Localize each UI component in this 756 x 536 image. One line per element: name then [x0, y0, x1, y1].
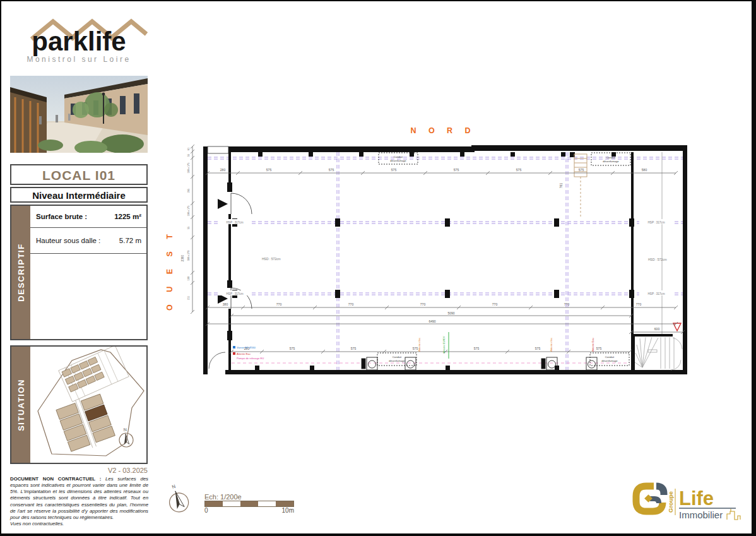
- svg-text:HSP : 317cm: HSP : 317cm: [227, 221, 244, 224]
- svg-text:180 x 175: 180 x 175: [187, 163, 190, 174]
- left-dim-labels: 61 55 180 x 175 265 190 x 175 55 300 x 2…: [181, 148, 190, 300]
- level-subtitle: Niveau Intermédiaire: [11, 188, 146, 203]
- situation-tab-label: SITUATION: [16, 379, 26, 431]
- left-total: 2360: [181, 254, 184, 261]
- inner-total-line: [230, 314, 633, 318]
- ladder-icon: [574, 154, 587, 217]
- brand-logo: parklife Monistrol sur Loire: [10, 10, 148, 68]
- duct-label: Conduit: [606, 156, 616, 159]
- svg-text:575: 575: [329, 168, 334, 172]
- svg-text:575: 575: [266, 168, 272, 172]
- disclaimer-note: Vues non contractuelles.: [10, 521, 148, 527]
- marker-red: Attente Eau: [237, 352, 251, 355]
- utility-markers: Vanne EP Ø160 Attente Eau Pompe de relev…: [233, 346, 264, 360]
- disclaimer-body: Les surfaces des espaces sont indicative…: [10, 476, 148, 520]
- svg-text:580: 580: [642, 168, 647, 172]
- svg-text:211: 211: [187, 296, 190, 300]
- logo-immo-label: Immobilier: [679, 509, 723, 520]
- svg-text:61: 61: [187, 148, 190, 150]
- scale-bar-segments: [204, 501, 294, 507]
- duct-label: Conduit: [393, 355, 402, 359]
- svg-text:HSP : 317cm: HSP : 317cm: [648, 292, 665, 295]
- hsd-label: HSD : 572cm: [262, 257, 281, 261]
- scale-bar: Ech: 1/200e 0 10m: [204, 493, 294, 514]
- svg-text:Attente élec: Attente élec: [418, 338, 421, 352]
- mid-dim-labels: 380770 770770 770770 770: [223, 302, 642, 306]
- marker-magenta: Pompe de relevage EU: [237, 357, 264, 360]
- bottom-opening: [208, 369, 225, 374]
- svg-text:770: 770: [564, 302, 570, 306]
- scale-ten: 10m: [282, 507, 294, 514]
- svg-text:575: 575: [454, 168, 459, 172]
- right-dim: 761: [559, 183, 563, 189]
- situation-panel: SITUATION: [10, 345, 148, 464]
- svg-text:190 x 175: 190 x 175: [187, 206, 190, 217]
- fire-safety-icon: [673, 323, 681, 331]
- site-map: N: [30, 347, 146, 463]
- svg-text:280: 280: [220, 168, 226, 172]
- descriptif-tab: DESCRIPTIF: [11, 206, 30, 339]
- level-subtitle-box: Niveau Intermédiaire: [10, 187, 148, 203]
- project-photo: [10, 76, 148, 153]
- left-dim-chain: [191, 145, 194, 314]
- scale-zero: 0: [204, 507, 208, 514]
- duct-label: désenfumage: [389, 359, 405, 362]
- brand-name: parklife: [32, 27, 126, 56]
- door-swing: [209, 352, 225, 369]
- duct-label: Conduit: [394, 155, 403, 158]
- descriptif-panel: DESCRIPTIF Surface brute : 1225 m² Haute…: [10, 205, 148, 340]
- hsd-label: HSD : 572cm: [648, 258, 667, 261]
- svg-text:55: 55: [187, 227, 190, 229]
- svg-text:265: 265: [187, 189, 190, 193]
- west-orientation-label: O U E S T: [165, 241, 174, 311]
- staircase: [631, 334, 682, 370]
- svg-text:HSP : 317cm: HSP : 317cm: [227, 292, 244, 295]
- svg-text:575: 575: [290, 347, 295, 350]
- logo-life-label: Life: [679, 487, 714, 509]
- svg-text:55: 55: [187, 154, 190, 157]
- local-title-box: LOCAL I01: [10, 164, 148, 185]
- duct-label: désenfumage: [390, 159, 406, 162]
- marker-blue: Vanne EP Ø160: [237, 346, 256, 349]
- surface-value: 1225 m²: [114, 213, 141, 220]
- brand-tagline: Monistrol sur Loire: [27, 55, 131, 64]
- svg-text:Attente Eau: Attente Eau: [591, 337, 594, 352]
- disclaimer-lead: DOCUMENT NON CONTRACTUEL :: [10, 476, 101, 482]
- building-icon: [727, 509, 740, 520]
- inner-total: 5090: [447, 311, 454, 315]
- height-row: Hauteur sous dalle : 5.72 m: [30, 228, 146, 254]
- top-dim-labels: 280575 575575 575575 575580: [220, 168, 647, 172]
- svg-text:Attente élec: Attente élec: [550, 338, 553, 352]
- logo-group-label: Groupe: [667, 491, 674, 513]
- svg-text:575: 575: [474, 347, 480, 350]
- hsp-labels: HSP : 317cm HSP : 317cm HSP : 317cm HSP …: [218, 219, 673, 295]
- svg-text:770: 770: [636, 302, 642, 306]
- height-value: 5.72 m: [119, 237, 141, 244]
- disclaimer: DOCUMENT NON CONTRACTUEL : Les surfaces …: [10, 476, 148, 527]
- svg-text:300 x 270: 300 x 270: [187, 251, 190, 261]
- surface-row: Surface brute : 1225 m²: [30, 206, 146, 228]
- svg-text:575: 575: [579, 168, 584, 172]
- svg-text:770: 770: [492, 302, 498, 306]
- svg-text:575: 575: [535, 347, 541, 350]
- compass-n-label: N: [171, 484, 176, 490]
- entry-arrow-icon: [218, 199, 228, 209]
- outer-total: 6490: [428, 319, 435, 323]
- top-dim-chain: [206, 171, 678, 175]
- smoke-duct-boxes: [377, 153, 630, 366]
- local-title: LOCAL I01: [11, 165, 146, 185]
- stairs-dim: 600: [654, 327, 660, 331]
- svg-text:575: 575: [391, 168, 397, 172]
- svg-text:380: 380: [223, 302, 228, 306]
- corner-notch: [208, 146, 228, 153]
- svg-text:HSP : 317cm: HSP : 317cm: [648, 221, 665, 224]
- duct-label: désenfumage: [601, 359, 618, 362]
- svg-text:575: 575: [516, 168, 522, 172]
- svg-text:770: 770: [420, 302, 426, 306]
- svg-text:Attente EU/EV: Attente EU/EV: [442, 336, 446, 353]
- north-compass-icon: N: [163, 480, 196, 519]
- svg-text:770: 770: [348, 302, 354, 306]
- outer-total-line: [206, 322, 678, 326]
- plan-sheet: parklife Monistrol sur Loire: [0, 0, 756, 536]
- situation-tab: SITUATION: [11, 347, 30, 463]
